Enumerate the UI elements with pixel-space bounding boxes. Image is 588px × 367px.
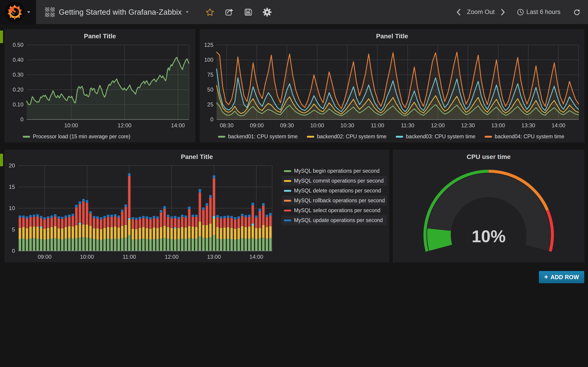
- dashboard-picker[interactable]: Getting Started with Grafana-Zabbix: [45, 0, 189, 24]
- svg-text:0.30: 0.30: [13, 72, 23, 78]
- svg-text:09:30: 09:30: [280, 122, 294, 128]
- add-row-label: ADD ROW: [551, 274, 579, 281]
- legend-item[interactable]: backend03: CPU system time: [396, 133, 476, 140]
- legend-series-color: [485, 136, 492, 138]
- svg-text:12:30: 12:30: [461, 122, 475, 128]
- time-range-label: Last 6 hours: [526, 8, 561, 16]
- panel-title[interactable]: Panel Title: [5, 153, 389, 161]
- legend: Processor load (15 min average per core): [5, 133, 195, 140]
- svg-text:0.10: 0.10: [13, 101, 23, 108]
- save-icon: [244, 8, 252, 16]
- time-back-button[interactable]: [456, 8, 461, 16]
- panel-title[interactable]: CPU user time: [393, 153, 584, 161]
- legend-item[interactable]: MySQL commit operations per second: [282, 176, 387, 186]
- svg-text:10: 10: [9, 205, 15, 211]
- legend-series-label: MySQL delete operations per second: [294, 188, 381, 194]
- legend-item[interactable]: backend02: CPU system time: [307, 133, 387, 140]
- settings-button[interactable]: [263, 8, 271, 17]
- svg-text:50: 50: [207, 86, 213, 93]
- legend-series-label: backend03: CPU system time: [406, 133, 476, 140]
- legend-item[interactable]: backend01: CPU system time: [218, 133, 298, 140]
- cpu-system-time-chart[interactable]: 025507510012508:3009:0009:3010:0010:3011…: [200, 42, 584, 131]
- legend-item[interactable]: MySQL begin operations per second: [282, 166, 387, 176]
- legend-series-color: [23, 136, 30, 138]
- legend: MySQL begin operations per secondMySQL c…: [282, 166, 387, 225]
- legend-series-color: [307, 136, 314, 138]
- svg-text:15: 15: [9, 184, 15, 190]
- legend-item[interactable]: MySQL delete operations per second: [282, 186, 387, 196]
- svg-text:13:00: 13:00: [207, 254, 221, 260]
- panel-mysql-operations: Panel Title 0510152009:0010:0011:0012:00…: [5, 150, 389, 262]
- legend-item[interactable]: MySQL update operations per second: [282, 215, 387, 225]
- panel-cpu-user-time: CPU user time 10%: [393, 150, 584, 262]
- legend-series-color: [284, 170, 291, 172]
- time-picker-button[interactable]: Last 6 hours: [517, 8, 561, 16]
- svg-text:12:00: 12:00: [165, 254, 179, 260]
- row-handle-2[interactable]: [0, 154, 3, 166]
- svg-text:75: 75: [207, 72, 213, 78]
- zoom-out-button[interactable]: Zoom Out: [467, 8, 494, 16]
- save-button[interactable]: [244, 8, 252, 16]
- dashboard-grid-icon: [45, 7, 55, 17]
- star-icon: [206, 8, 214, 16]
- legend: backend01: CPU system timebackend02: CPU…: [200, 133, 584, 140]
- grafana-dashboard: Getting Started with Grafana-Zabbix: [0, 0, 588, 367]
- processor-load-chart[interactable]: 00.100.200.300.400.5010:0012:0014:00: [5, 42, 195, 131]
- share-icon: [225, 8, 233, 16]
- legend-series-label: backend01: CPU system time: [228, 133, 298, 140]
- legend-series-label: backend02: CPU system time: [317, 133, 387, 140]
- svg-text:10:30: 10:30: [340, 122, 354, 128]
- refresh-button[interactable]: [573, 8, 581, 16]
- chevron-left-icon: [456, 8, 461, 16]
- add-row-button[interactable]: + ADD ROW: [539, 271, 584, 283]
- svg-text:10:00: 10:00: [80, 254, 94, 260]
- panel-title[interactable]: Panel Title: [5, 33, 195, 40]
- svg-text:11:00: 11:00: [123, 254, 136, 260]
- time-forward-button[interactable]: [501, 8, 506, 16]
- svg-text:0.20: 0.20: [13, 86, 23, 93]
- svg-text:0.40: 0.40: [13, 57, 23, 63]
- svg-text:09:00: 09:00: [250, 122, 264, 128]
- mysql-operations-chart[interactable]: 0510152009:0010:0011:0012:0013:0014:00: [5, 163, 279, 262]
- share-button[interactable]: [225, 8, 233, 16]
- plus-icon: +: [544, 273, 548, 280]
- legend-series-color: [396, 136, 403, 138]
- panel-title[interactable]: Panel Title: [200, 33, 584, 40]
- legend-series-color: [284, 180, 291, 182]
- dashboard-caret-icon: [186, 11, 189, 13]
- svg-text:0: 0: [20, 116, 23, 123]
- svg-text:100: 100: [204, 57, 213, 63]
- legend-series-label: backend04: CPU system time: [495, 133, 564, 140]
- grafana-menu-button[interactable]: [0, 0, 36, 24]
- legend-series-color: [284, 210, 291, 211]
- svg-text:10:00: 10:00: [64, 122, 78, 128]
- row-handle-1[interactable]: [0, 31, 3, 43]
- svg-text:0: 0: [210, 116, 213, 123]
- legend-item[interactable]: backend04: CPU system time: [485, 133, 564, 140]
- top-navbar: Getting Started with Grafana-Zabbix: [0, 0, 588, 24]
- gear-icon: [263, 8, 271, 17]
- svg-text:125: 125: [204, 42, 213, 48]
- legend-item[interactable]: MySQL rollback operations per second: [282, 196, 387, 206]
- star-button[interactable]: [206, 8, 214, 16]
- svg-text:0.50: 0.50: [13, 42, 23, 48]
- svg-text:14:00: 14:00: [250, 254, 263, 260]
- legend-item[interactable]: MySQL select operations per second: [282, 206, 387, 215]
- svg-text:0: 0: [12, 248, 15, 254]
- panel-processor-load: Panel Title 00.100.200.300.400.5010:0012…: [5, 29, 195, 142]
- svg-text:09:00: 09:00: [38, 254, 52, 260]
- panel-cpu-system-time: Panel Title 025507510012508:3009:0009:30…: [200, 29, 584, 142]
- legend-item[interactable]: Processor load (15 min average per core): [23, 133, 130, 140]
- cpu-user-time-gauge[interactable]: 10%: [393, 161, 584, 262]
- svg-text:13:30: 13:30: [521, 122, 535, 128]
- legend-series-label: MySQL begin operations per second: [294, 168, 380, 174]
- svg-text:13:00: 13:00: [491, 122, 505, 128]
- svg-text:11:30: 11:30: [401, 122, 414, 128]
- legend-series-color: [284, 200, 291, 202]
- svg-text:12:00: 12:00: [431, 122, 445, 128]
- svg-text:14:00: 14:00: [171, 122, 185, 128]
- clock-icon: [517, 9, 524, 16]
- svg-text:25: 25: [207, 101, 213, 108]
- legend-series-color: [284, 219, 291, 221]
- dashboard-title: Getting Started with Grafana-Zabbix: [59, 8, 182, 17]
